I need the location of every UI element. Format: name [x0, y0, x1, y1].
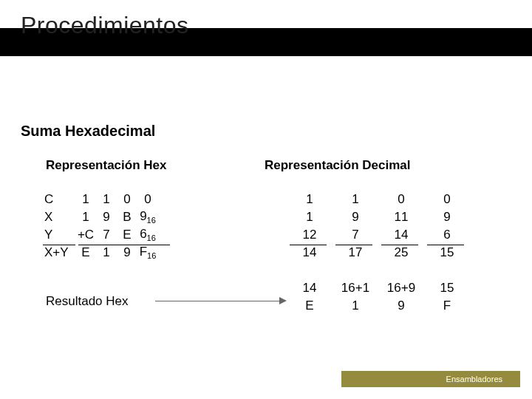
hex-heading: Representación Hex [46, 158, 166, 173]
row-label-x: X [43, 208, 75, 226]
table-row: 1 1 0 0 [287, 191, 470, 208]
row-label-c: C [43, 191, 75, 208]
table-row: 14 17 25 15 [287, 244, 470, 262]
table-row: 1 9 11 9 [287, 208, 470, 226]
decimal-col-underline [290, 245, 327, 245]
arrow-right-icon [155, 301, 281, 301]
footer-text: Ensambladores [446, 375, 502, 383]
slide-title: Procedimientos [21, 12, 189, 39]
decimal-heading: Representación Decimal [265, 158, 410, 173]
arrow-right-head-icon [279, 297, 287, 304]
table-row: E 1 9 F [287, 297, 470, 315]
footer-bar: Ensambladores [341, 371, 520, 387]
table-row: 12 7 14 6 [287, 226, 470, 244]
slide-subtitle: Suma Hexadecimal [21, 123, 155, 140]
row-label-sum: X+Y [43, 244, 75, 262]
result-hex-label: Resultado Hex [46, 294, 129, 309]
hex-values-underline [78, 245, 170, 245]
decimal-table: 1 1 0 0 1 9 11 9 12 7 14 6 14 17 25 15 1… [287, 191, 470, 315]
hex-label-underline [43, 245, 75, 245]
decimal-col-underline [335, 245, 372, 245]
title-bar: Procedimientos [0, 0, 532, 56]
table-row: Y +C 7 E 616 [43, 226, 158, 244]
row-label-y: Y [43, 226, 75, 244]
hex-table: C 1 1 0 0 X 1 9 B 916 Y +C 7 E 616 X+Y E… [43, 191, 158, 262]
table-row: X+Y E 1 9 F16 [43, 244, 158, 262]
table-row: X 1 9 B 916 [43, 208, 158, 226]
decimal-col-underline [381, 245, 418, 245]
decimal-col-underline [427, 245, 464, 245]
table-row: 14 16+1 16+9 15 [287, 279, 470, 297]
table-row: C 1 1 0 0 [43, 191, 158, 208]
